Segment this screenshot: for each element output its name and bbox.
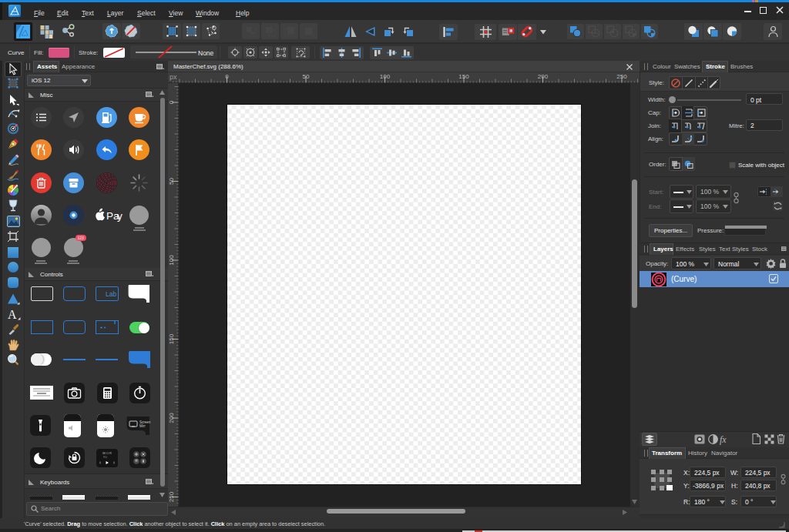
svg-text:50: 50 <box>303 73 310 80</box>
svg-text:Screen: Screen <box>139 420 151 424</box>
svg-text:250: 250 <box>616 73 627 80</box>
svg-text:100: 100 <box>380 73 391 80</box>
svg-text:RU: RU <box>103 456 108 459</box>
svg-text:W.O.R: W.O.R <box>102 451 112 455</box>
svg-text:0: 0 <box>168 100 175 104</box>
svg-text:250: 250 <box>168 491 175 502</box>
svg-text:150: 150 <box>168 333 175 344</box>
svg-text:0: 0 <box>225 73 229 80</box>
svg-text:200: 200 <box>538 73 549 80</box>
svg-text:50: 50 <box>168 178 175 185</box>
svg-text:200: 200 <box>168 413 175 423</box>
svg-text:Mirr: Mirr <box>139 424 146 428</box>
svg-text:100: 100 <box>168 255 175 266</box>
svg-text:150: 150 <box>458 73 469 80</box>
svg-text:y: y <box>117 210 123 222</box>
svg-text:123: 123 <box>78 236 85 240</box>
